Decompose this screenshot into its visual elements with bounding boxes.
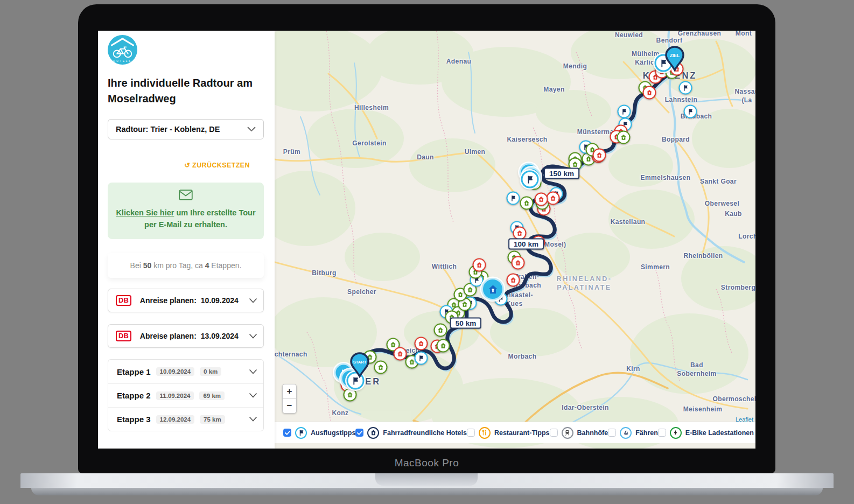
etappe-row-2[interactable]: Etappe 2 11.09.2024 69 km bbox=[108, 383, 263, 407]
legend-label: Fahrradfreundliche Hotels bbox=[383, 429, 467, 437]
tour-select-value: Radtour: Trier - Koblenz, DE bbox=[116, 125, 220, 134]
excursion-tip-marker[interactable] bbox=[415, 352, 428, 365]
legend-item-ebike[interactable]: E-Bike Ladestationen bbox=[658, 427, 754, 439]
abreise-date: 13.09.2024 bbox=[201, 332, 239, 340]
legend-item-faehren[interactable]: Fähren bbox=[608, 427, 658, 439]
legend-label: Fähren bbox=[635, 429, 658, 437]
svg-text:HOTELS: HOTELS bbox=[113, 60, 132, 62]
deutsche-bahn-logo: DB bbox=[116, 331, 131, 341]
sidebar: HOTELS Ihre individuelle Radtour am Mose… bbox=[98, 31, 275, 449]
hotels-checkbox[interactable] bbox=[355, 429, 363, 437]
flag-icon bbox=[295, 427, 307, 439]
house-icon bbox=[367, 427, 379, 439]
excursion-tip-marker[interactable] bbox=[679, 81, 692, 95]
laptop-base-edge bbox=[31, 488, 823, 495]
etappe-date: 11.09.2024 bbox=[156, 391, 194, 400]
email-tour-link[interactable]: Klicken Sie hier bbox=[116, 208, 174, 217]
map-zoom-control: + − bbox=[282, 384, 297, 414]
bike-hotels-logo: HOTELS bbox=[108, 35, 137, 65]
legend-item-bahnhoefe[interactable]: Bahnhöfe bbox=[550, 427, 608, 439]
etappe-row-3[interactable]: Etappe 3 12.09.2024 75 km bbox=[108, 407, 263, 431]
ebike-checkbox[interactable] bbox=[658, 429, 666, 437]
excursion-tip-marker[interactable] bbox=[618, 105, 631, 118]
etappe-distance: 69 km bbox=[199, 391, 225, 400]
legend-item-restaurants[interactable]: Restaurant-Tipps bbox=[467, 427, 550, 439]
chevron-down-icon bbox=[249, 417, 257, 422]
km-per-day: 50 bbox=[143, 261, 152, 270]
reset-row: ↺ ZURÜCKSETZEN bbox=[108, 160, 264, 170]
legend-label: Bahnhöfe bbox=[577, 429, 608, 437]
hotel-marker-red[interactable] bbox=[535, 193, 548, 206]
route-distance-label: 100 km bbox=[508, 239, 544, 250]
etappe-row-1[interactable]: Etappe 1 10.09.2024 0 km bbox=[108, 360, 263, 383]
bike-hotel-marker[interactable] bbox=[617, 131, 631, 144]
page-title: Ihre individuelle Radtour am Moselradweg bbox=[108, 75, 264, 107]
ausflugstipps-checkbox[interactable] bbox=[283, 429, 291, 437]
train-icon bbox=[562, 427, 573, 439]
bike-hotel-marker[interactable] bbox=[437, 339, 450, 353]
device-label: MacBook Pro bbox=[78, 457, 775, 469]
deutsche-bahn-logo: DB bbox=[116, 295, 131, 306]
abreise-planen-row[interactable]: DB Abreise planen: 13.09.2024 bbox=[108, 324, 264, 348]
hotel-marker-red[interactable] bbox=[512, 256, 525, 270]
hotel-marker-red[interactable] bbox=[473, 258, 486, 272]
chevron-down-icon bbox=[249, 369, 257, 374]
hotel-marker-red[interactable] bbox=[415, 337, 428, 351]
anreise-date: 10.09.2024 bbox=[201, 296, 239, 305]
bahnhoefe-checkbox[interactable] bbox=[550, 429, 558, 437]
anreise-planen-row[interactable]: DB Anreise planen: 10.09.2024 bbox=[108, 289, 264, 312]
bike-hotel-marker[interactable] bbox=[344, 388, 357, 402]
route-distance-label: 150 km bbox=[544, 168, 579, 179]
bike-hotel-marker[interactable] bbox=[374, 361, 388, 374]
etappen-list: Etappe 1 10.09.2024 0 km Etappe 2 11.09.… bbox=[108, 359, 264, 431]
start-marker[interactable]: START bbox=[349, 352, 370, 378]
legend-label: Ausflugstipps bbox=[311, 429, 355, 437]
ebike-charging-icon bbox=[670, 427, 682, 439]
legend-item-hotels[interactable]: Fahrradfreundliche Hotels bbox=[355, 427, 467, 439]
laptop-notch bbox=[375, 473, 478, 486]
email-tour-box: Klicken Sie hier um Ihre erstellte Tour … bbox=[108, 183, 264, 239]
selected-hotel-marker[interactable] bbox=[481, 278, 504, 300]
reset-icon: ↺ bbox=[184, 162, 190, 169]
bike-hotel-icon: HOTELS bbox=[108, 35, 137, 65]
hotel-marker-red[interactable] bbox=[593, 149, 606, 162]
email-tour-text: um Ihre erstellte Tour bbox=[174, 208, 255, 217]
hotel-marker-red[interactable] bbox=[643, 86, 656, 100]
hotel-marker-red[interactable] bbox=[507, 274, 520, 287]
legend-label: E-Bike Ladestationen bbox=[685, 429, 754, 437]
chevron-down-icon bbox=[249, 334, 257, 339]
hotel-marker-red[interactable] bbox=[547, 192, 560, 205]
chevron-down-icon bbox=[247, 127, 256, 132]
svg-text:START: START bbox=[353, 360, 367, 365]
map-canvas[interactable]: NeuwiedBendorfGrenzhausenMontMülheim- Kä… bbox=[275, 31, 755, 449]
chevron-down-icon bbox=[249, 393, 257, 398]
svg-text:ZIEL: ZIEL bbox=[670, 53, 680, 58]
zoom-out-button[interactable]: − bbox=[283, 399, 296, 413]
legend-item-ausflugstipps[interactable]: Ausflugstipps bbox=[283, 427, 355, 439]
restaurant-icon bbox=[479, 427, 491, 439]
tour-select[interactable]: Radtour: Trier - Koblenz, DE bbox=[108, 119, 264, 139]
etappe-distance: 75 km bbox=[200, 415, 225, 424]
etappe-date: 12.09.2024 bbox=[156, 415, 195, 424]
app-screen: HOTELS Ihre individuelle Radtour am Mose… bbox=[98, 31, 755, 449]
excursion-tip-marker-large[interactable] bbox=[521, 171, 539, 188]
restaurants-checkbox[interactable] bbox=[467, 429, 475, 437]
excursion-tip-marker[interactable] bbox=[684, 105, 697, 118]
zoom-in-button[interactable]: + bbox=[283, 384, 296, 398]
excursion-tip-marker[interactable] bbox=[507, 192, 520, 205]
ziel-marker[interactable]: ZIEL bbox=[664, 46, 685, 72]
map-legend: Ausflugstipps Fahrradfreundliche Hotels … bbox=[275, 422, 755, 443]
envelope-icon bbox=[115, 190, 256, 204]
hotel-marker-red[interactable] bbox=[394, 347, 407, 361]
legend-label: Restaurant-Tipps bbox=[494, 429, 550, 437]
faehren-checkbox[interactable] bbox=[608, 429, 616, 437]
ferry-icon bbox=[620, 427, 632, 439]
tour-summary: Bei 50 km pro Tag, ca 4 Etappen. bbox=[108, 253, 264, 278]
chevron-down-icon bbox=[249, 298, 257, 303]
bike-hotel-marker[interactable] bbox=[520, 197, 534, 210]
reset-button[interactable]: ↺ ZURÜCKSETZEN bbox=[184, 162, 250, 169]
etappe-distance: 0 km bbox=[200, 367, 221, 376]
route-distance-label: 50 km bbox=[450, 318, 481, 329]
bike-hotel-marker[interactable] bbox=[434, 324, 447, 337]
etappe-date: 10.09.2024 bbox=[156, 367, 195, 376]
